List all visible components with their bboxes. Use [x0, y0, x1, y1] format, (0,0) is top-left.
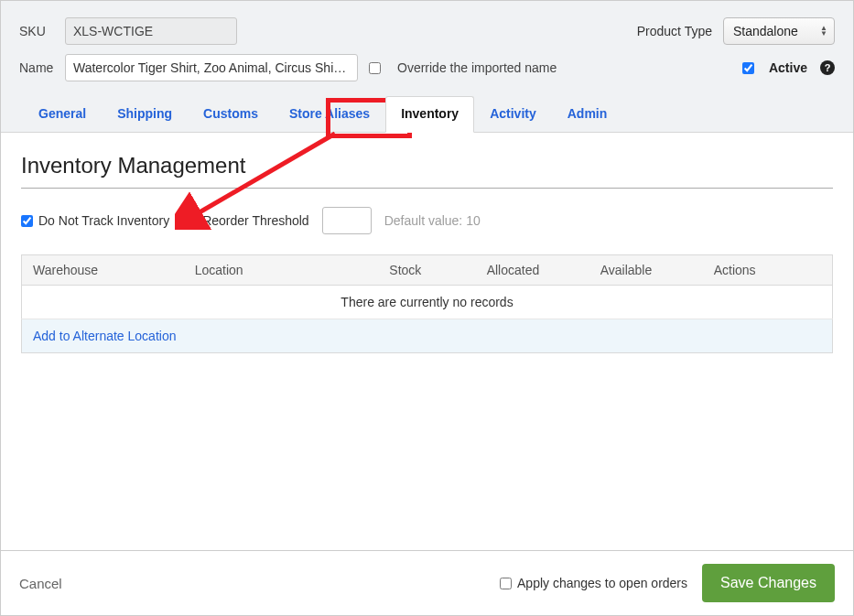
active-checkbox[interactable] — [742, 62, 754, 74]
product-type-label: Product Type — [637, 24, 712, 38]
sku-input[interactable] — [65, 17, 237, 45]
product-type-group: Product Type Standalone ▲▼ — [637, 17, 835, 45]
active-group: Active ? — [742, 60, 835, 75]
help-icon[interactable]: ? — [820, 60, 835, 75]
product-tabs: General Shipping Customs Store Aliases I… — [19, 96, 835, 132]
add-alternate-location-link[interactable]: Add to Alternate Location — [22, 319, 833, 353]
do-not-track-checkbox[interactable] — [21, 215, 33, 227]
add-alternate-location-row[interactable]: Add to Alternate Location — [22, 319, 833, 353]
do-not-track-label: Do Not Track Inventory — [38, 213, 169, 228]
col-warehouse: Warehouse — [22, 255, 184, 286]
cancel-button[interactable]: Cancel — [19, 576, 62, 591]
product-header-form: SKU Product Type Standalone ▲▼ Name Over… — [1, 1, 853, 132]
col-actions: Actions — [703, 255, 833, 286]
col-allocated: Allocated — [476, 255, 589, 286]
no-records-row: There are currently no records — [22, 286, 833, 319]
row-sku-producttype: SKU Product Type Standalone ▲▼ — [19, 17, 835, 45]
no-records-cell: There are currently no records — [22, 286, 833, 319]
inventory-controls: Do Not Track Inventory Reorder Threshold… — [21, 207, 833, 234]
override-name-label: Override the imported name — [397, 60, 557, 75]
save-button[interactable]: Save Changes — [702, 564, 835, 602]
table-header-row: Warehouse Location Stock Allocated Avail… — [22, 255, 833, 286]
tab-general[interactable]: General — [23, 96, 102, 132]
col-stock: Stock — [378, 255, 475, 286]
override-name-checkbox[interactable] — [369, 62, 381, 74]
reorder-default-text: Default value: 10 — [384, 213, 481, 228]
product-type-select[interactable]: Standalone — [723, 17, 835, 45]
tab-activity[interactable]: Activity — [474, 96, 552, 132]
col-available: Available — [589, 255, 703, 286]
tab-shipping[interactable]: Shipping — [102, 96, 188, 132]
section-title: Inventory Management — [21, 153, 833, 189]
reorder-threshold-input[interactable] — [322, 207, 372, 234]
name-label: Name — [19, 60, 54, 75]
inventory-tab-content: Inventory Management Do Not Track Invent… — [1, 132, 853, 550]
col-location: Location — [184, 255, 379, 286]
apply-open-orders-checkbox[interactable] — [500, 578, 512, 589]
reorder-group: Reorder Threshold Default value: 10 — [202, 207, 481, 234]
apply-open-orders-label: Apply changes to open orders — [517, 576, 687, 590]
name-input[interactable] — [65, 54, 358, 81]
tab-admin[interactable]: Admin — [552, 96, 623, 132]
product-editor: SKU Product Type Standalone ▲▼ Name Over… — [0, 0, 854, 616]
dont-track-group: Do Not Track Inventory — [21, 213, 169, 228]
tab-inventory[interactable]: Inventory — [385, 96, 474, 133]
sku-label: SKU — [19, 24, 54, 38]
active-label: Active — [769, 60, 807, 75]
row-name-active: Name Override the imported name Active ? — [19, 54, 835, 81]
inventory-locations-table: Warehouse Location Stock Allocated Avail… — [21, 254, 833, 353]
tab-customs[interactable]: Customs — [188, 96, 274, 132]
tab-store-aliases[interactable]: Store Aliases — [274, 96, 385, 132]
footer-bar: Cancel Apply changes to open orders Save… — [1, 550, 853, 615]
product-type-select-wrap: Standalone ▲▼ — [723, 17, 835, 45]
reorder-threshold-label: Reorder Threshold — [202, 213, 308, 228]
